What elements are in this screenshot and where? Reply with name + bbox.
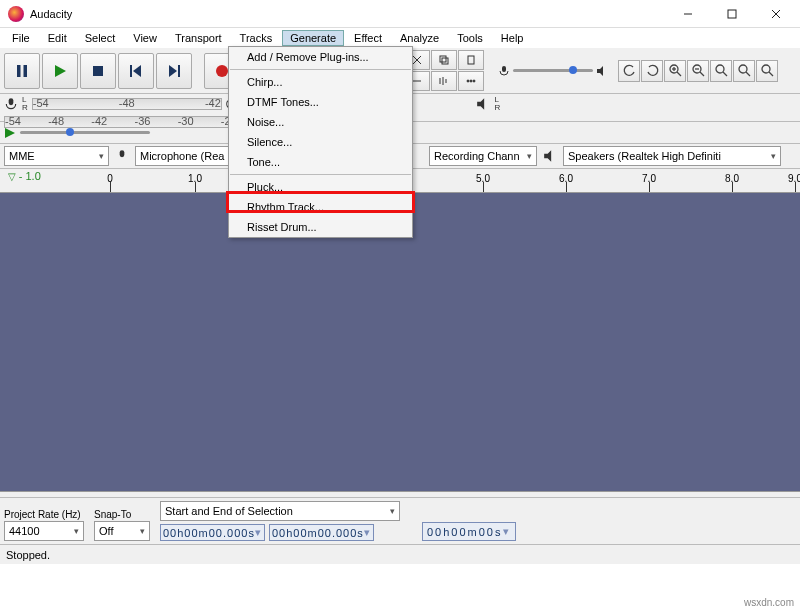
pause-button[interactable]	[4, 53, 40, 89]
svg-marker-9	[133, 65, 141, 77]
audio-position-time[interactable]: 00h00m00s▾	[422, 522, 516, 541]
svg-marker-35	[478, 98, 485, 110]
more-tool-button[interactable]	[458, 71, 484, 91]
record-meter[interactable]: -54-48-42	[32, 98, 222, 110]
statusbar: Stopped.	[0, 544, 800, 564]
menu-tools[interactable]: Tools	[449, 30, 491, 46]
menuitem-chirp[interactable]: Chirp...	[229, 72, 412, 92]
meter-lr-label: LR	[22, 96, 28, 112]
svg-rect-4	[17, 65, 21, 77]
menu-analyze[interactable]: Analyze	[392, 30, 447, 46]
svg-rect-1	[728, 10, 736, 18]
svg-point-28	[716, 65, 724, 73]
menu-generate[interactable]: Generate	[282, 30, 344, 46]
zoom-out-button[interactable]	[687, 60, 709, 82]
zoom-in-button[interactable]	[664, 60, 686, 82]
zoom-sel-button[interactable]	[710, 60, 732, 82]
menu-file[interactable]: File	[4, 30, 38, 46]
svg-point-17	[470, 80, 472, 82]
svg-rect-8	[130, 65, 132, 77]
menu-separator	[230, 69, 411, 70]
svg-line-31	[746, 72, 750, 76]
redo-button[interactable]	[641, 60, 663, 82]
speaker-icon	[596, 65, 608, 77]
menu-transport[interactable]: Transport	[167, 30, 230, 46]
generate-dropdown: Add / Remove Plug-ins... Chirp... DTMF T…	[228, 46, 413, 238]
svg-line-22	[677, 72, 681, 76]
svg-rect-19	[502, 66, 506, 72]
svg-point-32	[762, 65, 770, 73]
status-text: Stopped.	[6, 549, 50, 561]
svg-line-26	[700, 72, 704, 76]
rec-meter-mic-icon	[4, 97, 18, 111]
skip-end-button[interactable]	[156, 53, 192, 89]
speaker-icon	[543, 149, 557, 163]
app-logo-icon	[8, 6, 24, 22]
mic-icon	[115, 149, 129, 163]
menu-tracks[interactable]: Tracks	[232, 30, 281, 46]
paste-tool-button[interactable]	[458, 50, 484, 70]
play-speed-slider[interactable]	[20, 126, 150, 140]
menuitem-rhythm-track[interactable]: Rhythm Track...	[229, 197, 412, 217]
menuitem-pluck[interactable]: Pluck...	[229, 177, 412, 197]
play-button[interactable]	[42, 53, 78, 89]
record-volume-slider[interactable]	[498, 64, 608, 78]
svg-point-30	[739, 65, 747, 73]
svg-point-12	[216, 65, 228, 77]
menuitem-noise[interactable]: Noise...	[229, 112, 412, 132]
svg-rect-14	[442, 58, 448, 64]
svg-marker-20	[597, 66, 603, 76]
menuitem-tone[interactable]: Tone...	[229, 152, 412, 172]
svg-marker-6	[55, 65, 66, 77]
menuitem-risset-drum[interactable]: Risset Drum...	[229, 217, 412, 237]
svg-rect-15	[468, 56, 474, 64]
svg-marker-38	[544, 150, 551, 162]
mic-icon	[498, 65, 510, 77]
edit-toolbar	[618, 60, 778, 82]
menuitem-silence[interactable]: Silence...	[229, 132, 412, 152]
minimize-button[interactable]	[666, 0, 710, 28]
maximize-button[interactable]	[710, 0, 754, 28]
project-rate-select[interactable]: 44100▾	[4, 521, 84, 541]
record-channels-select[interactable]: Recording Chann▾	[429, 146, 537, 166]
window-title: Audacity	[30, 8, 72, 20]
watermark: wsxdn.com	[744, 597, 794, 608]
zoom-fit-button[interactable]	[733, 60, 755, 82]
svg-marker-10	[169, 65, 177, 77]
svg-line-33	[769, 72, 773, 76]
svg-rect-37	[120, 150, 125, 157]
selection-toolbar: Project Rate (Hz) 44100▾ Snap-To Off▾ St…	[0, 497, 800, 544]
svg-marker-36	[5, 128, 15, 138]
titlebar: Audacity	[0, 0, 800, 28]
menu-view[interactable]: View	[125, 30, 165, 46]
svg-line-29	[723, 72, 727, 76]
stop-button[interactable]	[80, 53, 116, 89]
menu-select[interactable]: Select	[77, 30, 124, 46]
menu-help[interactable]: Help	[493, 30, 532, 46]
copy-tool-button[interactable]	[431, 50, 457, 70]
skip-start-button[interactable]	[118, 53, 154, 89]
meter-lr-label-2: LR	[494, 96, 500, 112]
play-meter-speaker-icon	[476, 97, 490, 111]
menuitem-dtmf-tones[interactable]: DTMF Tones...	[229, 92, 412, 112]
silence-tool-button[interactable]	[431, 71, 457, 91]
record-device-select[interactable]: Microphone (Rea	[135, 146, 235, 166]
selection-start-time[interactable]: 00h00m00.000s▾	[160, 524, 265, 541]
host-api-select[interactable]: MME▾	[4, 146, 109, 166]
play-at-speed-icon[interactable]	[4, 127, 16, 139]
selection-end-time[interactable]: 00h00m00.000s▾	[269, 524, 374, 541]
menu-edit[interactable]: Edit	[40, 30, 75, 46]
menuitem-add-remove-plugins[interactable]: Add / Remove Plug-ins...	[229, 47, 412, 67]
svg-point-18	[473, 80, 475, 82]
snap-select[interactable]: Off▾	[94, 521, 150, 541]
svg-rect-11	[178, 65, 180, 77]
close-button[interactable]	[754, 0, 798, 28]
undo-button[interactable]	[618, 60, 640, 82]
selection-range-select[interactable]: Start and End of Selection▾	[160, 501, 400, 521]
svg-rect-34	[9, 98, 14, 105]
playback-device-select[interactable]: Speakers (Realtek High Definiti▾	[563, 146, 781, 166]
svg-point-16	[467, 80, 469, 82]
menu-effect[interactable]: Effect	[346, 30, 390, 46]
svg-rect-5	[24, 65, 28, 77]
zoom-toggle-button[interactable]	[756, 60, 778, 82]
